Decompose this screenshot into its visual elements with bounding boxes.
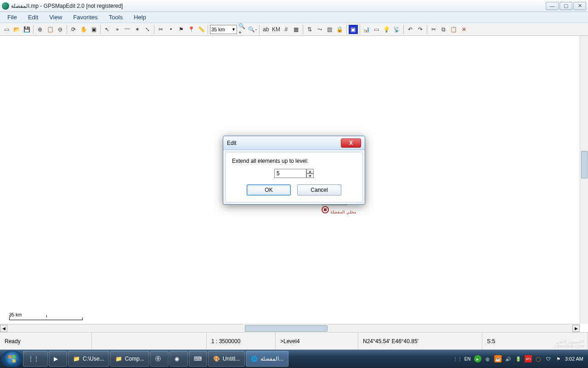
- dialog-titlebar[interactable]: Edit X: [223, 136, 365, 150]
- spin-down-icon[interactable]: ▼: [306, 173, 314, 178]
- dialog-label: Extend all elements up to level:: [232, 158, 356, 164]
- edit-dialog: Edit X Extend all elements up to level: …: [223, 136, 365, 205]
- dialog-close-button[interactable]: X: [341, 138, 361, 148]
- spin-up-icon[interactable]: ▲: [306, 169, 314, 173]
- dialog-title: Edit: [227, 140, 237, 146]
- ok-button[interactable]: OK: [247, 184, 291, 196]
- level-input[interactable]: [274, 169, 306, 178]
- dialog-overlay: Edit X Extend all elements up to level: …: [0, 0, 588, 368]
- cancel-button[interactable]: Cancel: [297, 184, 341, 196]
